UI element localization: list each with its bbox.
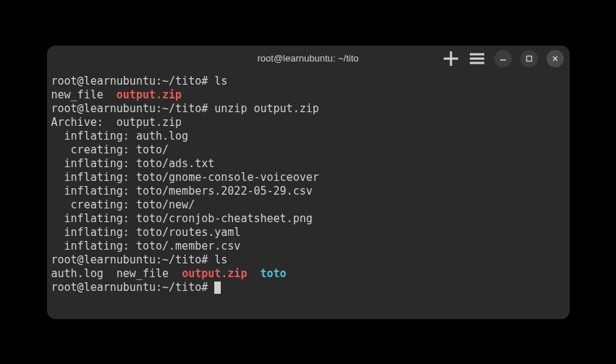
command-text: ls	[214, 253, 227, 266]
unzip-output: inflating: toto/gnome-console-voiceover	[51, 171, 565, 185]
file-item-archive: output.zip	[182, 267, 247, 280]
prompt-text: root@learnubuntu:~/tito#	[51, 75, 208, 88]
unzip-output: inflating: toto/routes.yaml	[51, 226, 565, 240]
unzip-output: creating: toto/new/	[51, 198, 565, 212]
plus-icon	[442, 50, 460, 67]
prompt-text: root@learnubuntu:~/tito#	[51, 253, 208, 266]
unzip-output: inflating: toto/members.2022-05-29.csv	[51, 185, 565, 198]
ls-output: auth.log new_file output.zip toto	[51, 267, 565, 281]
prompt-line: root@learnubuntu:~/tito# ls	[51, 75, 565, 88]
file-item: auth.log	[51, 267, 104, 280]
hamburger-icon	[468, 50, 486, 67]
unzip-output: inflating: toto/.member.csv	[51, 240, 565, 253]
file-item-directory: toto	[261, 267, 287, 280]
unzip-output: Archive: output.zip	[51, 116, 565, 130]
prompt-text: root@learnubuntu:~/tito#	[51, 281, 208, 294]
maximize-icon	[526, 55, 533, 62]
maximize-button[interactable]	[520, 50, 538, 67]
command-text: unzip output.zip	[214, 102, 319, 115]
command-text: ls	[214, 75, 227, 88]
menu-button[interactable]	[468, 50, 486, 67]
terminal-window: root@learnubuntu: ~/tito root@learnubunt…	[47, 46, 570, 319]
prompt-line: root@learnubuntu:~/tito# unzip output.zi…	[51, 102, 565, 116]
prompt-line: root@learnubuntu:~/tito# ls	[51, 253, 565, 267]
window-title: root@learnubuntu: ~/tito	[257, 53, 358, 64]
unzip-output: inflating: auth.log	[51, 130, 565, 143]
file-item: new_file	[117, 267, 169, 280]
file-item: new_file	[51, 88, 104, 101]
minimize-button[interactable]	[494, 50, 512, 67]
close-button[interactable]	[547, 50, 564, 67]
ls-output: new_file output.zip	[51, 88, 565, 102]
titlebar-controls	[442, 50, 564, 67]
unzip-output: inflating: toto/cronjob-cheatsheet.png	[51, 212, 565, 226]
prompt-text: root@learnubuntu:~/tito#	[51, 102, 208, 115]
unzip-output: inflating: toto/ads.txt	[51, 157, 565, 171]
cursor	[214, 282, 221, 294]
svg-rect-0	[526, 56, 531, 61]
minimize-icon	[499, 55, 507, 62]
close-icon	[552, 55, 559, 62]
unzip-output: creating: toto/	[51, 143, 565, 157]
prompt-line: root@learnubuntu:~/tito#	[51, 281, 565, 295]
new-tab-button[interactable]	[442, 50, 460, 67]
titlebar: root@learnubuntu: ~/tito	[47, 46, 570, 72]
file-item-archive: output.zip	[117, 88, 182, 101]
terminal-body[interactable]: root@learnubuntu:~/tito# ls new_file out…	[47, 72, 570, 319]
